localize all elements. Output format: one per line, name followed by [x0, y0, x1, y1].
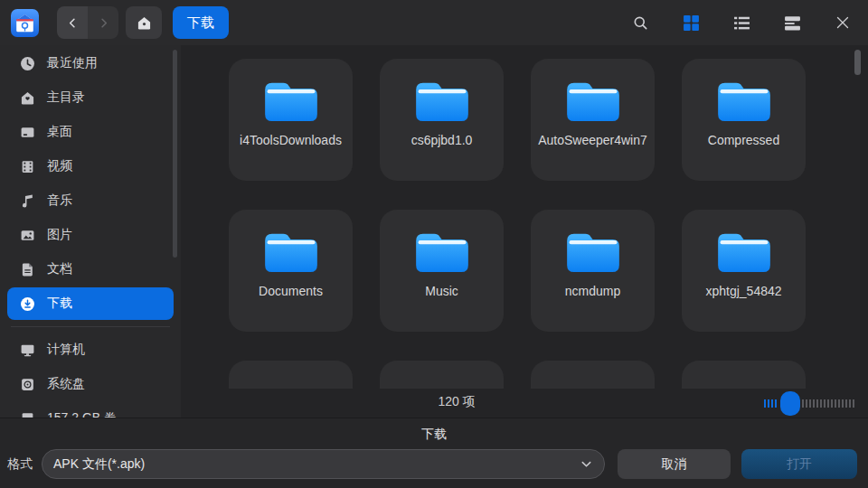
document-icon	[20, 262, 35, 277]
list-view-icon[interactable]	[725, 6, 758, 39]
folder-name: Compressed	[708, 132, 779, 149]
folder-name: cs6pjbd1.0	[411, 132, 473, 149]
folder-tile[interactable]: AutoSweeper4win7	[531, 59, 655, 181]
close-icon[interactable]	[826, 6, 859, 39]
desktop-icon	[20, 125, 35, 140]
sidebar-separator	[11, 326, 170, 327]
folder-icon	[715, 229, 773, 274]
download-icon	[20, 296, 35, 312]
breadcrumb-downloads[interactable]: 下载	[173, 6, 229, 39]
folder-tile-partial[interactable]	[229, 361, 353, 389]
file-chooser-bar: 下载 格式 APK 文件(*.apk) 取消 打开	[0, 418, 868, 488]
chevron-down-icon	[580, 457, 593, 471]
music-icon	[20, 193, 35, 209]
format-label: 格式	[7, 456, 33, 473]
file-area-scrollbar[interactable]	[854, 50, 861, 75]
titlebar: 下载	[0, 0, 868, 45]
home-icon	[20, 90, 35, 106]
sidebar-item[interactable]: 下载	[7, 287, 174, 320]
sidebar-item-label: 音乐	[47, 192, 72, 209]
sidebar-item-label: 下载	[47, 296, 72, 312]
computer-icon	[20, 343, 35, 358]
folder-icon	[564, 78, 622, 123]
sidebar-item-label: 最近使用	[47, 55, 98, 71]
icon-size-slider[interactable]	[764, 390, 854, 416]
slider-ticks-empty	[802, 399, 854, 408]
folder-tile-partial[interactable]	[380, 361, 504, 389]
folder-tile[interactable]: ncmdump	[531, 210, 655, 332]
sidebar-item[interactable]: 最近使用	[7, 47, 174, 80]
open-button[interactable]: 打开	[741, 449, 857, 479]
video-icon	[20, 159, 35, 174]
format-select[interactable]: APK 文件(*.apk)	[42, 449, 605, 479]
folder-tile[interactable]: Music	[380, 210, 504, 332]
sidebar: 最近使用 主目录 桌面 视频 音乐 图片	[0, 45, 181, 418]
folder-name: ncmdump	[565, 283, 620, 300]
folder-icon	[413, 78, 471, 123]
sidebar-item-label: 桌面	[47, 124, 72, 140]
sidebar-item-label: 计算机	[47, 342, 85, 358]
dialog-title: 下载	[0, 427, 868, 443]
folder-icon	[262, 78, 320, 123]
clock-icon	[20, 56, 35, 71]
search-icon[interactable]	[624, 6, 656, 39]
folder-icon	[413, 229, 471, 274]
sidebar-scrollbar[interactable]	[173, 50, 177, 258]
folder-name: i4ToolsDownloads	[240, 132, 342, 149]
folder-name: Documents	[259, 283, 323, 300]
sidebar-item-label: 文档	[47, 261, 72, 277]
folder-icon	[262, 229, 320, 274]
file-manager-window: 下载 最近使用 主目录 桌面 视频	[0, 0, 868, 488]
file-area: i4ToolsDownloads cs6pjbd1.0 AutoSweeper4…	[181, 45, 868, 418]
sidebar-item[interactable]: 视频	[7, 150, 174, 183]
sidebar-item[interactable]: 文档	[7, 253, 174, 286]
folder-icon	[564, 229, 622, 274]
folder-grid-viewport: i4ToolsDownloads cs6pjbd1.0 AutoSweeper4…	[181, 45, 868, 389]
format-select-value: APK 文件(*.apk)	[53, 456, 580, 473]
grid-view-icon[interactable]	[675, 6, 707, 39]
folder-name: AutoSweeper4win7	[538, 132, 647, 149]
folder-grid: i4ToolsDownloads cs6pjbd1.0 AutoSweeper4…	[229, 59, 868, 389]
sidebar-item-label: 主目录	[47, 89, 85, 106]
compact-view-icon[interactable]	[776, 6, 808, 39]
slider-thumb[interactable]	[780, 391, 800, 416]
home-button[interactable]	[126, 6, 162, 39]
folder-tile-partial[interactable]	[531, 361, 655, 389]
folder-name: xphtgj_54842	[705, 283, 781, 300]
folder-tile[interactable]: Compressed	[682, 59, 806, 181]
nav-buttons	[57, 6, 118, 39]
sidebar-item-label: 视频	[47, 158, 72, 174]
folder-icon	[715, 78, 773, 123]
sidebar-item-label: 图片	[47, 227, 72, 243]
folder-tile[interactable]: xphtgj_54842	[682, 210, 806, 332]
folder-name: Music	[425, 283, 458, 300]
status-bar: 120 项	[0, 389, 868, 418]
slider-ticks-filled	[764, 399, 778, 408]
sidebar-item[interactable]: 桌面	[7, 116, 174, 148]
sidebar-item[interactable]: 音乐	[7, 184, 174, 217]
image-icon	[20, 228, 35, 243]
folder-tile[interactable]: i4ToolsDownloads	[229, 59, 353, 181]
sidebar-item[interactable]: 主目录	[7, 81, 174, 114]
dialog-controls-row: 格式 APK 文件(*.apk) 取消 打开	[7, 449, 857, 479]
cancel-button[interactable]: 取消	[618, 449, 731, 479]
folder-tile-partial[interactable]	[682, 361, 806, 389]
sidebar-item[interactable]: 图片	[7, 219, 174, 251]
file-manager-app-icon	[11, 9, 39, 37]
folder-tile[interactable]: Documents	[229, 210, 353, 332]
sidebar-item[interactable]: 计算机	[7, 333, 174, 366]
back-button[interactable]	[57, 6, 88, 39]
folder-tile[interactable]: cs6pjbd1.0	[380, 59, 504, 181]
item-count-label: 120 项	[45, 394, 868, 410]
forward-button[interactable]	[88, 6, 118, 39]
